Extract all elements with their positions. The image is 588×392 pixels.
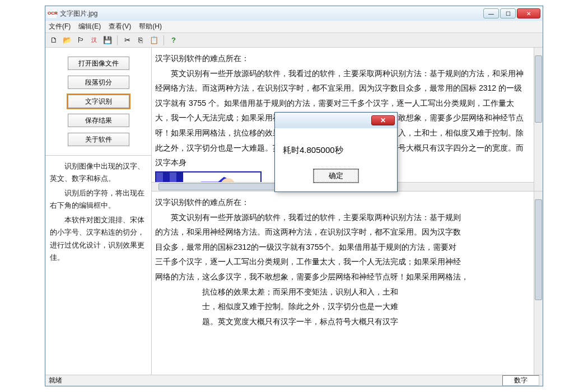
text-line: 士，相似度又难于控制。除此之外，汉字切分也是一大难 [155,299,527,314]
text-pane-vscrollbar[interactable] [534,192,543,375]
text-line: 三千多个汉字，逐一人工写出分类规则，工作量太大，我一个人无法完成；如果采用神经 [155,254,527,269]
menubar: 文件(F) 编辑(E) 查看(V) 帮助(H) [45,21,543,33]
flag-icon[interactable]: 🏳 [76,35,86,45]
text-pane[interactable]: 汉字识别软件的难点所在： 英文识别有一些开放源码的软件，我看过的软件，主要采取两… [152,192,543,375]
right-panel: 汉字识别软件的难点所在： 英文识别有一些开放源码的软件，我看过的软件，主要采取两… [152,48,543,375]
window-title: 文字图片.jpg [60,9,483,18]
text-line: 抗位移的效果太差；而采用不变矩法，识别人和入，土和 [155,284,527,300]
toolbar-separator [117,35,118,45]
text-line: 英文识别有一些开放源码的软件，我看过的软件，主要采取两种识别方法：基于规则 [155,210,527,225]
menu-file[interactable]: 文件(F) [49,22,71,31]
titlebar: OCR 文字图片.jpg — ☐ ✕ [45,6,543,21]
menu-edit[interactable]: 编辑(E) [78,22,101,31]
menu-help[interactable]: 帮助(H) [139,22,162,31]
statusbar: 就绪 数字 [45,375,543,386]
paste-icon[interactable]: 📋 [149,35,159,45]
toolbar: 🗋 📂 🏳 汉 💾 ✂ ⎘ 📋 ? [45,33,543,48]
sidebar-about-button[interactable]: 关于软件 [68,133,129,146]
sidebar-open-image-button[interactable]: 打开图像文件 [68,57,129,70]
help-icon[interactable]: ? [169,35,179,45]
sidebar-info-text: 识别图像中出现的汉字、英文、数字和标点。 识别后的字符，将出现在右下角的编辑框中… [45,156,151,375]
text-pane-heading: 汉字识别软件的难点所在： [155,195,527,210]
sidebar-button-column: 打开图像文件 段落切分 文字识别 保存结果 关于软件 [45,48,151,156]
message-dialog: ✕ 耗时4.805000秒 确定 [274,112,398,192]
text-pane-content: 汉字识别软件的难点所在： 英文识别有一些开放源码的软件，我看过的软件，主要采取两… [152,192,543,332]
sidebar-save-button[interactable]: 保存结果 [68,114,129,127]
menu-view[interactable]: 查看(V) [109,22,131,31]
maximize-button[interactable]: ☐ [500,8,516,18]
dialog-titlebar: ✕ [275,113,397,128]
sidebar-info-p1: 识别图像中出现的汉字、英文、数字和标点。 [50,160,147,185]
dialog-close-button[interactable]: ✕ [371,115,395,125]
dialog-ok-button[interactable]: 确定 [314,169,358,183]
sidebar-info-p3: 本软件对图文混排、宋体的小字号、汉字粘连的切分，进行过优化设计，识别效果更佳。 [50,214,147,263]
text-line: 题。英文宽度大概只有汉字一半，标点符号大概只有汉字 [155,314,527,329]
app-icon: OCR [48,9,57,18]
open-icon[interactable]: 📂 [62,35,72,45]
close-button[interactable]: ✕ [517,8,540,18]
cut-icon[interactable]: ✂ [122,35,132,45]
main-window: OCR 文字图片.jpg — ☐ ✕ 文件(F) 编辑(E) 查看(V) 帮助(… [45,6,543,386]
copy-icon[interactable]: ⎘ [136,35,146,45]
image-pane-vscrollbar[interactable] [534,48,543,191]
save-icon[interactable]: 💾 [102,35,113,45]
sidebar-info-p2: 识别后的字符，将出现在右下角的编辑框中。 [50,187,147,212]
minimize-button[interactable]: — [483,8,499,18]
status-right: 数字 [502,375,539,386]
sidebar-ocr-button[interactable]: 文字识别 [68,95,129,108]
image-pane-heading: 汉字识别软件的难点所在： [155,51,527,66]
text-line: 的方法，和采用神经网络方法。而这两种方法，在识别汉字时，都不宜采用。因为汉字数 [155,225,527,240]
toolbar-separator [164,35,164,45]
status-left: 就绪 [49,376,62,385]
dialog-message: 耗时4.805000秒 [275,128,397,164]
new-icon[interactable]: 🗋 [49,35,59,45]
text-line: 网络的方法，这么多汉字，我不敢想象，需要多少层网络和神经节点呀！如果采用网格法， [155,269,527,284]
sidebar-segment-button[interactable]: 段落切分 [68,76,129,89]
left-panel: 打开图像文件 段落切分 文字识别 保存结果 关于软件 识别图像中出现的汉字、英文… [45,48,152,375]
ocr-icon[interactable]: 汉 [89,35,99,45]
text-line: 目众多，最常用的国标2312的一级汉字就有3755个。如果借用基于规则的方法，需… [155,240,527,255]
